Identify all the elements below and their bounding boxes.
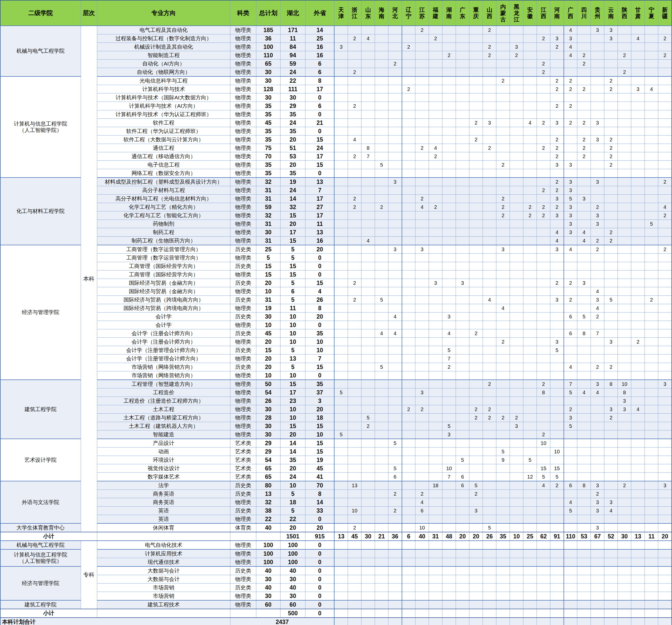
province-cell-宁夏 [645,515,658,524]
major-row: 英语物理类22220 [0,515,672,524]
province-cell-河南 [550,127,564,136]
province-cell-内蒙古: 2 [496,211,510,220]
province-cell-辽宁 [402,507,415,515]
major-cell: 会计学（注册管理会计师方向） [97,354,230,363]
province-cell-宁夏 [645,583,658,592]
major-cell: 商务英语 [97,490,230,498]
province-cell-四川 [577,346,591,354]
province-cell-河北 [388,152,402,161]
province-cell-黑龙江 [510,490,523,498]
province-cell-宁夏 [645,254,658,262]
province-cell-湖南 [442,600,456,609]
province-cell-甘肃 [631,296,645,304]
province-cell-四川 [577,110,591,119]
total-plan-cell: 65 [256,60,280,68]
province-cell-贵州 [591,169,604,178]
province-cell-河北 [388,262,402,271]
province-cell-宁夏 [645,592,658,601]
waisheng-cell: 20 [305,524,334,532]
major-row: 经济与管理学院大数据与会计历史类40400 [0,566,672,575]
province-cell-安徽 [523,363,537,371]
waisheng-cell: 0 [305,515,334,524]
province-cell-湖南: 2 [442,51,456,60]
province-cell-广西 [564,169,577,178]
province-cell-内蒙古 [496,346,510,354]
category-cell: 历史类 [230,279,256,287]
province-cell-广东 [456,203,470,211]
province-cell-宁夏 [645,203,658,211]
province-cell-福建 [429,414,442,422]
province-cell-山东 [361,262,375,271]
province-cell-新疆 [658,220,672,228]
province-cell-宁夏 [645,304,658,312]
province-cell-海南 [375,119,388,127]
province-cell-福建 [429,102,442,110]
waisheng-cell: 8 [305,490,334,498]
province-cell-云南 [604,51,618,60]
province-cell-四川 [577,245,591,254]
province-cell-宁夏 [645,312,658,321]
total-plan-cell: 31 [256,237,280,245]
category-cell: 历史类 [230,566,256,575]
total-plan-cell: 26 [256,397,280,405]
province-cell-安徽 [523,600,537,609]
waisheng-subtotal-cell: 0 [305,609,334,618]
province-cell-广西: 2 [564,119,577,127]
province-cell-江西 [537,110,550,119]
waisheng-cell: 0 [305,549,334,558]
province-cell-湖南 [442,388,456,397]
col-header-hubei: 湖北 [280,0,305,26]
province-cell-广东 [456,186,470,194]
province-cell-天津 [334,51,348,60]
province-cell-甘肃 [631,397,645,405]
province-cell-福建 [429,515,442,524]
province-cell-河南: 2 [550,85,564,93]
province-cell-安徽 [523,43,537,51]
province-cell-黑龙江: 2 [510,51,523,60]
province-cell-浙江 [348,600,361,609]
province-cell-安徽 [523,178,537,186]
province-cell-江苏 [415,186,429,194]
hubei-cell: 51 [280,144,305,152]
province-cell-新疆 [658,515,672,524]
province-cell-天津 [334,618,348,625]
province-cell-云南 [604,194,618,203]
total-plan-cell: 38 [256,507,280,515]
province-cell-河北 [388,431,402,439]
province-cell-广西: 2 [564,85,577,93]
province-cell-山西: 26 [483,532,496,541]
province-cell-福建 [429,558,442,567]
province-cell-河南 [550,422,564,431]
province-cell-浙江: 2 [348,203,361,211]
province-cell-辽宁 [402,549,415,558]
province-cell-广东 [456,312,470,321]
province-cell-安徽 [523,169,537,178]
province-cell-福建 [429,397,442,405]
province-cell-海南 [375,85,388,93]
province-cell-山西 [483,152,496,161]
province-cell-云南 [604,371,618,380]
province-cell-辽宁 [402,541,415,549]
province-cell-贵州 [591,102,604,110]
province-cell-海南 [375,321,388,329]
major-row: 土木工程（道路与桥梁工程方向）物理类2810185222232 [0,414,672,422]
province-cell-黑龙江 [510,397,523,405]
province-cell-海南 [375,371,388,380]
province-cell-贵州: 3 [591,211,604,220]
province-cell-福建 [429,186,442,194]
hubei-cell: 111 [280,85,305,93]
province-cell-广西: 2 [564,76,577,85]
province-cell-江西 [537,549,550,558]
category-cell: 体育类 [230,524,256,532]
province-cell-江西 [537,397,550,405]
waisheng-cell: 0 [305,600,334,609]
province-cell-河南: 2 [550,43,564,51]
province-cell-新疆 [658,600,672,609]
province-cell-贵州 [591,271,604,279]
col-header-province-内蒙古: 内 蒙 古 [496,0,510,26]
province-cell-海南: 21 [375,532,388,541]
province-cell-福建 [429,456,442,464]
province-cell-内蒙古 [496,549,510,558]
level-cell: 本科 [81,26,97,532]
province-cell-海南 [375,254,388,262]
